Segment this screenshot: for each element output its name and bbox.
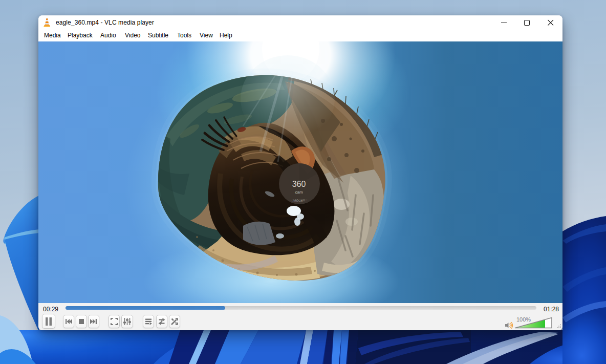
svg-text:360: 360 (292, 180, 306, 188)
svg-text:cam: cam (295, 190, 302, 195)
